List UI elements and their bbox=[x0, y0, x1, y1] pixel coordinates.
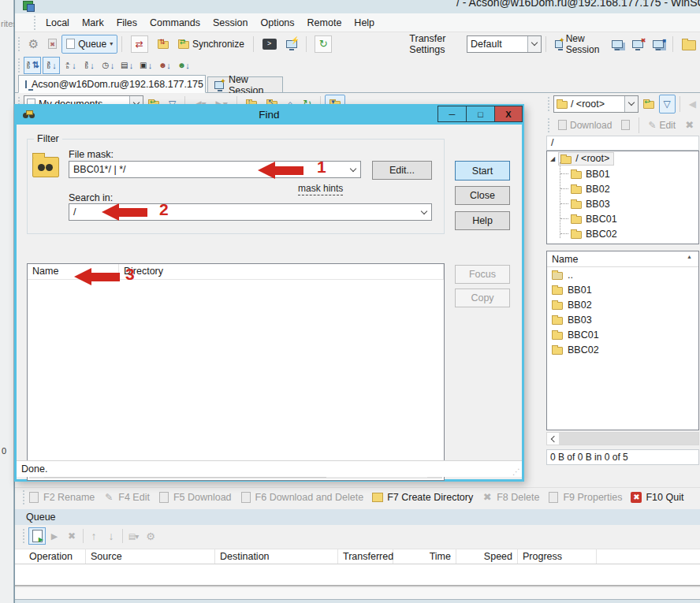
tree-root-node[interactable]: ◢ / <root> bbox=[547, 151, 698, 166]
swap-panels-button[interactable]: ⇄ bbox=[126, 35, 153, 54]
connection-button[interactable]: ⚡ bbox=[281, 35, 302, 54]
queue-column-header[interactable]: Source bbox=[86, 549, 215, 564]
menu-item[interactable]: Remote bbox=[301, 15, 348, 31]
window-titlebar[interactable]: / - Acson@w16Dom.ru@192.168.177.175 - Wi… bbox=[15, 0, 700, 13]
function-key-button[interactable]: F4 Edit bbox=[103, 492, 150, 503]
sort-button[interactable]: ☻ ↓ bbox=[156, 57, 173, 74]
function-key-button[interactable]: F6 Download and Delete bbox=[240, 492, 364, 503]
queue-toolbar-button[interactable] bbox=[85, 527, 102, 545]
function-key-button[interactable]: F8 Delete bbox=[482, 492, 539, 503]
file-row[interactable]: BBC02 bbox=[547, 342, 698, 357]
open-directory-button[interactable] bbox=[677, 35, 700, 54]
file-row[interactable]: BB03 bbox=[547, 312, 698, 327]
results-column-header[interactable]: Directory bbox=[119, 264, 444, 279]
tree-node[interactable]: BB02 bbox=[547, 181, 698, 196]
mask-hints-link[interactable]: mask hints bbox=[298, 183, 343, 195]
queue-column-header[interactable]: Progress bbox=[518, 549, 597, 564]
file-row[interactable]: BB02 bbox=[547, 297, 698, 312]
queue-toolbar-button[interactable] bbox=[63, 527, 80, 545]
find-results-list[interactable]: NameDirectory ❮ III ❯ bbox=[27, 263, 445, 481]
file-row[interactable]: .. bbox=[547, 267, 698, 282]
duplicate-session-button[interactable] bbox=[607, 35, 627, 54]
queue-list[interactable] bbox=[15, 564, 700, 586]
sort-button[interactable]: ab ⇅ bbox=[24, 57, 41, 74]
edit-button[interactable]: ✎ Edit bbox=[643, 116, 680, 135]
sort-button[interactable]: ◷ ↓ bbox=[99, 57, 117, 74]
edit-mask-button[interactable]: Edit... bbox=[372, 161, 432, 180]
remote-filter-button[interactable]: ▽ bbox=[659, 95, 676, 114]
queue-toggle-button[interactable]: Queue ▾ bbox=[61, 35, 117, 54]
find-dialog-titlebar[interactable]: Find ─ □ X bbox=[14, 104, 524, 125]
close-window-button[interactable]: X bbox=[494, 106, 523, 122]
focus-button[interactable]: Focus bbox=[455, 265, 510, 284]
tree-node[interactable]: BB01 bbox=[547, 166, 698, 181]
scrollbar-track[interactable] bbox=[560, 433, 698, 445]
minimize-button[interactable]: ─ bbox=[438, 106, 467, 122]
remote-directory-tree[interactable]: ◢ / <root> BB01 BB02 BB03 bbox=[546, 151, 699, 244]
file-row[interactable]: BBC01 bbox=[547, 327, 698, 342]
scroll-left-button[interactable] bbox=[547, 433, 560, 445]
combo-dropdown-button[interactable] bbox=[527, 36, 541, 52]
download-options-button[interactable] bbox=[616, 116, 635, 135]
remote-path-header[interactable]: / bbox=[546, 136, 699, 151]
queue-toolbar-button[interactable] bbox=[125, 527, 142, 545]
sort-button[interactable]: ab ↓ bbox=[80, 57, 98, 74]
queue-column-header[interactable]: Speed bbox=[456, 549, 518, 564]
menu-item[interactable]: Mark bbox=[76, 15, 110, 31]
tab-session[interactable]: Acson@w16Dom.ru@192.168.177.175 bbox=[18, 75, 206, 93]
copy-button[interactable]: Copy bbox=[455, 288, 510, 307]
function-key-button[interactable]: F2 Rename bbox=[28, 492, 95, 503]
download-button[interactable]: Download bbox=[553, 116, 616, 135]
file-list-header[interactable]: Name ▲ bbox=[547, 251, 698, 267]
queue-toolbar-button[interactable] bbox=[28, 527, 46, 545]
menu-item[interactable]: Commands bbox=[143, 15, 207, 31]
sort-button[interactable]: .a.b ↓ bbox=[61, 57, 79, 74]
tree-node[interactable]: BBC01 bbox=[547, 211, 698, 226]
queue-column-header[interactable]: Time bbox=[393, 549, 456, 564]
remote-open-directory-button[interactable]: ↩ bbox=[639, 95, 659, 114]
file-row[interactable]: BB01 bbox=[547, 282, 698, 297]
queue-column-header[interactable]: Operation bbox=[24, 549, 86, 564]
queue-toolbar-button[interactable] bbox=[46, 527, 63, 545]
menu-item[interactable]: Local bbox=[39, 15, 76, 31]
remote-back-button[interactable]: ◀ bbox=[684, 95, 700, 114]
chevron-down-icon[interactable] bbox=[350, 165, 356, 171]
queue-column-header[interactable]: Destination bbox=[215, 549, 338, 564]
start-button[interactable]: Start bbox=[455, 161, 510, 181]
name-column-header[interactable]: Name bbox=[552, 254, 578, 265]
menu-item[interactable]: Files bbox=[110, 15, 143, 31]
resize-grip[interactable]: ⋰ bbox=[512, 467, 520, 476]
remote-file-list[interactable]: Name ▲ .. BB01 BB02 BB03 bbox=[546, 251, 699, 430]
queue-column-header[interactable]: Transferred bbox=[338, 549, 393, 564]
queue-toolbar-button[interactable] bbox=[142, 527, 159, 545]
tree-node[interactable]: BBC02 bbox=[547, 226, 698, 241]
function-key-button[interactable]: F7 Create Directory bbox=[372, 492, 473, 503]
menu-item[interactable]: Help bbox=[348, 15, 381, 31]
tab-new-session[interactable]: ✦ New Session bbox=[207, 76, 283, 93]
compare-directories-button[interactable]: ⇅ bbox=[153, 35, 173, 54]
help-button[interactable]: Help bbox=[455, 211, 510, 230]
function-key-button[interactable]: F9 Properties bbox=[548, 492, 622, 503]
preferences-button[interactable]: ⚙ bbox=[24, 35, 43, 54]
sort-button[interactable]: ▣ ↓ bbox=[137, 57, 155, 74]
open-terminal-button[interactable]: > bbox=[258, 35, 281, 54]
new-session-button[interactable]: ✦ New Session bbox=[550, 35, 608, 54]
chevron-down-icon[interactable] bbox=[421, 207, 427, 214]
close-button[interactable]: Close bbox=[455, 186, 510, 205]
sort-button[interactable]: ▤ ↓ bbox=[118, 57, 136, 74]
tree-node[interactable]: BB03 bbox=[547, 196, 698, 211]
synchronize-button[interactable]: ⇄ Synchronize bbox=[173, 35, 249, 54]
transfer-settings-combo[interactable]: Default bbox=[467, 35, 542, 53]
close-session-button[interactable]: ✖ bbox=[627, 35, 648, 54]
queue-panel-header[interactable]: Queue bbox=[15, 509, 700, 525]
refresh-button[interactable]: ↻ bbox=[310, 35, 337, 54]
combo-dropdown-button[interactable] bbox=[624, 96, 638, 112]
sort-button[interactable]: ☻ ↓ bbox=[175, 57, 192, 74]
delete-button[interactable]: ✖ bbox=[680, 116, 698, 135]
remote-path-combo[interactable]: / <root> bbox=[553, 95, 639, 113]
sort-button[interactable]: ab ↓ bbox=[43, 57, 60, 74]
maximize-button[interactable]: □ bbox=[466, 106, 495, 122]
save-session-button[interactable]: ■ bbox=[648, 35, 668, 54]
function-key-button[interactable]: F10 Quit bbox=[631, 492, 683, 503]
log-button[interactable]: ✖ bbox=[43, 35, 61, 54]
